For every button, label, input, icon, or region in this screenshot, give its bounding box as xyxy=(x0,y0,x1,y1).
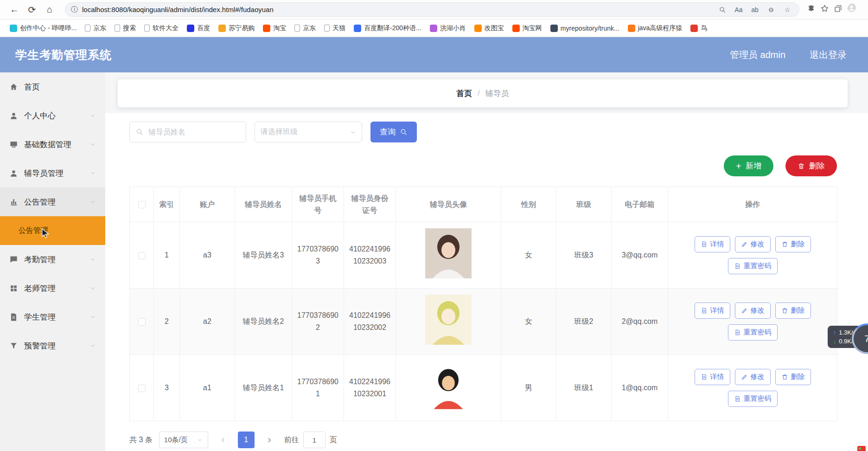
pencil-icon xyxy=(741,241,748,248)
cell-phone: 17703786902 xyxy=(292,289,344,355)
bookmark-item[interactable]: myrepository/trunk... xyxy=(546,21,624,35)
page-size-select[interactable]: 10条/页 xyxy=(159,432,208,448)
site-info-icon[interactable]: ⓘ xyxy=(71,5,78,14)
delete-row-button[interactable]: 删除 xyxy=(775,303,811,319)
delete-row-button[interactable]: 删除 xyxy=(775,369,811,385)
bookmark-item[interactable]: 鸟 xyxy=(686,21,711,35)
current-page-button[interactable]: 1 xyxy=(238,432,255,448)
breadcrumb-home[interactable]: 首页 xyxy=(456,88,472,99)
sidebar-item-basic-data[interactable]: 基础数据管理 xyxy=(0,130,105,159)
page-favicon xyxy=(144,25,150,32)
select-all-checkbox[interactable] xyxy=(138,201,146,208)
collections-icon[interactable] xyxy=(834,4,842,15)
prev-page-button[interactable]: ‹ xyxy=(215,432,231,448)
plus-icon: + xyxy=(736,161,741,171)
edit-button[interactable]: 修改 xyxy=(735,303,771,319)
header-class: 班级 xyxy=(556,187,612,222)
monitor-icon xyxy=(9,140,18,149)
row-actions: 详情 修改 删除 重置密码 xyxy=(673,236,832,274)
sidebar-item-warning-mgmt[interactable]: 预警管理 xyxy=(0,331,105,360)
user-icon xyxy=(9,169,18,178)
favorites-bar-icon[interactable] xyxy=(820,4,829,15)
cell-index: 2 xyxy=(154,289,180,355)
sidebar-item-announcement-mgmt[interactable]: 公告管理 xyxy=(0,187,105,216)
detail-button[interactable]: 详情 xyxy=(695,236,730,252)
sidebar-item-teacher-mgmt[interactable]: 老师管理 xyxy=(0,274,105,303)
home-icon[interactable]: ⌂ xyxy=(42,2,57,18)
table-row: 1 a3 辅导员姓名3 17703786903 4102241996102320… xyxy=(130,222,837,289)
counselor-name-input[interactable] xyxy=(129,122,246,142)
header-operations: 操作 xyxy=(668,187,837,222)
bookmark-item[interactable]: java高级程序猿 xyxy=(624,21,687,35)
cell-index: 3 xyxy=(154,355,180,421)
bookmark-item[interactable]: 搜索 xyxy=(110,21,140,35)
reset-password-button[interactable]: 重置密码 xyxy=(728,324,778,341)
favorite-star-icon[interactable]: ☆ xyxy=(781,6,793,13)
sidebar-subitem-announcement-active[interactable]: 公告管理 xyxy=(0,216,105,245)
profile-avatar[interactable] xyxy=(847,3,860,16)
breadcrumb-separator: / xyxy=(478,89,480,98)
bookmark-item[interactable]: 创作中心 - 哔哩哔... xyxy=(6,21,81,35)
detail-button[interactable]: 详情 xyxy=(695,369,730,385)
bookmark-item[interactable]: 百度 xyxy=(183,21,214,35)
refresh-icon[interactable]: ⟳ xyxy=(24,2,40,18)
bookmark-item[interactable]: 京东 xyxy=(290,21,320,35)
edit-button[interactable]: 修改 xyxy=(735,369,771,385)
cell-class: 班级1 xyxy=(556,355,612,421)
goto-page-input[interactable] xyxy=(303,432,326,448)
row-actions: 详情 修改 删除 重置密码 xyxy=(673,303,832,341)
bookmark-item[interactable]: 软件大全 xyxy=(140,21,183,35)
bookmark-favicon xyxy=(628,25,635,32)
bookmark-item[interactable]: 天猫 xyxy=(320,21,350,35)
text-size-icon[interactable]: Aa xyxy=(733,6,745,13)
bookmark-item[interactable]: 京东 xyxy=(81,21,110,35)
header-name: 辅导员姓名 xyxy=(235,187,292,222)
reset-password-button[interactable]: 重置密码 xyxy=(728,391,778,407)
cell-idcard: 410224199610232002 xyxy=(344,289,396,355)
pencil-icon xyxy=(741,307,748,314)
trash-icon xyxy=(781,374,788,380)
edit-button[interactable]: 修改 xyxy=(735,236,771,252)
translate-icon[interactable]: ab xyxy=(749,6,761,13)
user-icon xyxy=(9,111,18,120)
chevron-down-icon xyxy=(89,342,96,349)
extensions-icon[interactable] xyxy=(807,4,816,15)
search-icon[interactable] xyxy=(716,6,728,13)
chevron-down-icon xyxy=(89,141,96,148)
bookmark-item[interactable]: 淘宝网 xyxy=(508,21,546,35)
detail-button[interactable]: 详情 xyxy=(695,303,730,319)
pencil-icon xyxy=(741,374,748,380)
url-text[interactable]: localhost:8080/kaoqinguanli/admin/dist/i… xyxy=(82,6,712,13)
back-icon[interactable]: ← xyxy=(6,2,22,18)
query-button[interactable]: 查询 xyxy=(370,122,417,142)
address-bar[interactable]: ⓘ localhost:8080/kaoqinguanli/admin/dist… xyxy=(65,2,799,17)
bookmark-item[interactable]: 改图宝 xyxy=(470,21,508,35)
bookmark-item[interactable]: 淘宝 xyxy=(259,21,290,35)
add-button[interactable]: + 新增 xyxy=(724,155,773,176)
row-checkbox[interactable] xyxy=(138,252,146,259)
sidebar-item-personal-center[interactable]: 个人中心 xyxy=(0,101,105,130)
bookmark-item[interactable]: 洪湖小肖 xyxy=(426,21,470,35)
taskbar-peek-icon xyxy=(857,446,866,451)
reset-password-button[interactable]: 重置密码 xyxy=(728,258,778,274)
zoom-out-icon[interactable]: ⊖ xyxy=(765,6,777,13)
next-page-button[interactable]: › xyxy=(261,432,278,448)
bookmark-item[interactable]: 苏宁易购 xyxy=(214,21,259,35)
class-select[interactable]: 请选择班级 xyxy=(255,122,362,142)
row-checkbox[interactable] xyxy=(138,318,146,326)
sidebar-item-counselor-mgmt[interactable]: 辅导员管理 xyxy=(0,159,105,187)
sidebar-item-home[interactable]: 首页 xyxy=(0,72,105,101)
table-row: 2 a2 辅导员姓名2 17703786902 4102241996102320… xyxy=(130,289,837,355)
admin-user-label: 管理员 admin xyxy=(730,49,785,61)
row-checkbox[interactable] xyxy=(138,385,146,392)
logout-link[interactable]: 退出登录 xyxy=(810,49,847,61)
bookmark-item[interactable]: 百度翻译-200种语... xyxy=(350,21,426,35)
browser-actions xyxy=(807,3,862,16)
cell-gender: 女 xyxy=(501,289,556,355)
sidebar-item-student-mgmt[interactable]: 学生管理 xyxy=(0,303,105,331)
sidebar-item-attendance-mgmt[interactable]: 考勤管理 xyxy=(0,245,105,274)
avatar-image xyxy=(425,228,472,278)
cell-idcard: 410224199610232003 xyxy=(344,222,396,289)
delete-button[interactable]: 删除 xyxy=(785,155,837,176)
delete-row-button[interactable]: 删除 xyxy=(775,236,811,252)
